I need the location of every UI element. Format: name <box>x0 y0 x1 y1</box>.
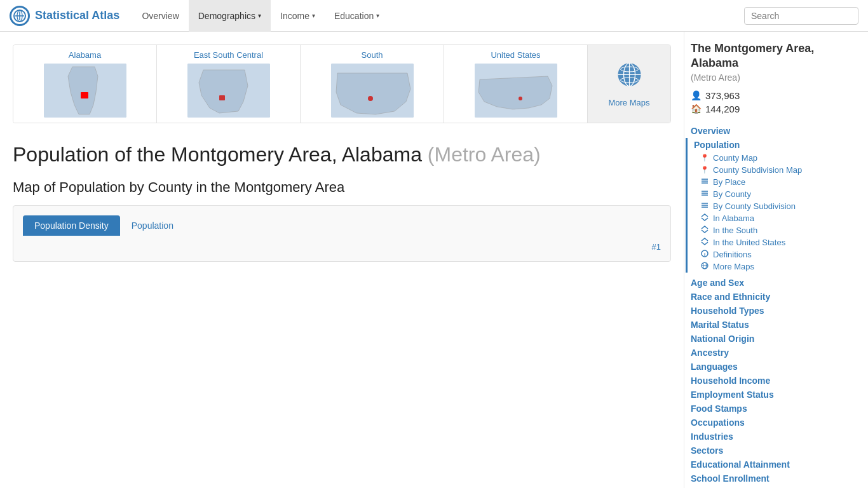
page-title: Population of the Montgomery Area, Alaba… <box>13 142 671 166</box>
sidebar-category-food-stamps[interactable]: Food Stamps <box>691 402 858 416</box>
page-layout: Alabama East South Central <box>0 32 868 488</box>
nav-links: Overview Demographics ▾ Income ▾ Educati… <box>132 0 744 32</box>
sidebar-in-us[interactable]: In the United States <box>700 236 858 248</box>
globe-icon <box>615 60 644 95</box>
households-stat: 🏠 144,209 <box>691 104 858 114</box>
map-tabs: Population Density Population <box>23 215 661 236</box>
svg-point-12 <box>368 96 373 101</box>
sidebar-category-occupations[interactable]: Occupations <box>691 416 858 430</box>
sidebar-category-school-enrollment[interactable]: School Enrollment <box>691 471 858 485</box>
page-title-subtitle: (Metro Area) <box>428 143 541 166</box>
by-county-label: By County <box>713 189 751 199</box>
sidebar-category-age-and-sex[interactable]: Age and Sex <box>691 276 858 290</box>
sidebar-category-languages[interactable]: Languages <box>691 360 858 374</box>
us-map-image <box>475 64 557 118</box>
list-icon-3 <box>700 201 709 210</box>
households-value: 144,209 <box>705 104 740 114</box>
sidebar-subnav: 📍 County Map 📍 County Subdivision Map By… <box>691 152 858 273</box>
expand-icon-3 <box>700 238 709 247</box>
east-south-label: East South Central <box>194 50 263 60</box>
sidebar-category-sectors[interactable]: Sectors <box>691 444 858 458</box>
sidebar-definitions[interactable]: i Definitions <box>700 248 858 261</box>
sidebar-category-household-types[interactable]: Household Types <box>691 304 858 318</box>
sidebar-county-map[interactable]: 📍 County Map <box>700 152 858 164</box>
county-map-label: County Map <box>713 153 757 163</box>
svg-rect-6 <box>81 92 88 98</box>
sidebar-in-alabama[interactable]: In Alabama <box>700 212 858 224</box>
svg-text:i: i <box>704 252 705 257</box>
sidebar-overview[interactable]: Overview <box>691 124 858 138</box>
definitions-label: Definitions <box>713 250 752 259</box>
sidebar-category-employment-status[interactable]: Employment Status <box>691 388 858 402</box>
navbar: Statistical Atlas Overview Demographics … <box>0 0 868 32</box>
sidebar-in-south[interactable]: In the South <box>700 224 858 236</box>
alabama-label: Alabama <box>69 50 101 60</box>
sidebar-county-subdivision-map[interactable]: 📍 County Subdivision Map <box>700 164 858 176</box>
expand-icon-2 <box>700 226 709 234</box>
in-alabama-label: In Alabama <box>713 214 754 223</box>
more-maps-sidebar-label: More Maps <box>713 262 754 271</box>
tab-population-density[interactable]: Population Density <box>23 215 120 236</box>
sidebar-category-educational-attainment[interactable]: Educational Attainment <box>691 458 858 471</box>
sidebar-location-subtitle: (Metro Area) <box>691 72 858 83</box>
search-input[interactable] <box>744 7 858 25</box>
east-south-map-image <box>187 64 270 118</box>
sidebar-by-place[interactable]: By Place <box>700 176 858 188</box>
sidebar-population-section: Population 📍 County Map 📍 County Subdivi… <box>686 138 858 273</box>
info-icon: i <box>700 250 709 259</box>
in-us-label: In the United States <box>713 238 785 247</box>
map-rank: #1 <box>23 242 661 252</box>
sidebar-category-national-origin[interactable]: National Origin <box>691 332 858 346</box>
list-icon-2 <box>700 189 709 198</box>
more-maps-thumb[interactable]: More Maps <box>588 45 670 123</box>
in-south-label: In the South <box>713 226 757 235</box>
sidebar: The Montgomery Area, Alabama (Metro Area… <box>684 32 868 488</box>
globe-small-icon <box>700 262 709 271</box>
us-label: United States <box>491 50 540 60</box>
sidebar-stats: 👤 373,963 🏠 144,209 <box>691 90 858 114</box>
sidebar-category-race-and-ethnicity[interactable]: Race and Ethnicity <box>691 290 858 304</box>
pin-icon-1: 📍 <box>700 154 709 162</box>
sidebar-category-marital-status[interactable]: Marital Status <box>691 318 858 332</box>
south-map-image <box>331 64 414 118</box>
sidebar-category-industries[interactable]: Industries <box>691 430 858 444</box>
sidebar-by-county-subdivision[interactable]: By County Subdivision <box>700 200 858 212</box>
page-title-main: Population of the Montgomery Area, Alaba… <box>13 143 422 166</box>
tab-population[interactable]: Population <box>120 215 185 236</box>
nav-overview[interactable]: Overview <box>132 0 188 32</box>
sidebar-category-ancestry[interactable]: Ancestry <box>691 346 858 360</box>
map-section-title: Map of Population by County in the Montg… <box>13 179 671 196</box>
thumb-south[interactable]: South <box>301 45 444 123</box>
nav-income[interactable]: Income ▾ <box>271 0 325 32</box>
by-county-subdivision-label: By County Subdivision <box>713 201 796 211</box>
households-icon: 🏠 <box>691 104 702 114</box>
income-caret: ▾ <box>312 12 315 19</box>
pin-icon-2: 📍 <box>700 166 709 174</box>
brand-icon <box>10 6 30 26</box>
svg-rect-9 <box>219 95 225 100</box>
sidebar-categories: Age and SexRace and EthnicityHousehold T… <box>691 276 858 485</box>
more-maps-label: More Maps <box>608 98 649 107</box>
population-icon: 👤 <box>691 90 702 100</box>
brand-logo[interactable]: Statistical Atlas <box>10 6 119 26</box>
expand-icon-1 <box>700 214 709 222</box>
south-label: South <box>362 50 383 60</box>
sidebar-category-household-income[interactable]: Household Income <box>691 374 858 388</box>
nav-education[interactable]: Education ▾ <box>325 0 389 32</box>
sidebar-population[interactable]: Population <box>694 138 858 152</box>
brand-label: Statistical Atlas <box>35 9 119 22</box>
map-container: Population Density Population #1 <box>13 205 671 262</box>
sidebar-more-maps[interactable]: More Maps <box>700 261 858 273</box>
alabama-map-image <box>44 64 126 118</box>
thumb-alabama[interactable]: Alabama <box>13 45 157 123</box>
sidebar-location-title: The Montgomery Area, Alabama <box>691 41 858 71</box>
map-thumbnails-row: Alabama East South Central <box>13 44 671 123</box>
nav-demographics[interactable]: Demographics ▾ <box>189 0 271 32</box>
population-value: 373,963 <box>705 90 740 101</box>
thumb-east-south-central[interactable]: East South Central <box>157 45 301 123</box>
thumb-united-states[interactable]: United States <box>444 45 588 123</box>
by-place-label: By Place <box>713 177 745 187</box>
county-subdivision-map-label: County Subdivision Map <box>713 165 802 175</box>
sidebar-by-county[interactable]: By County <box>700 188 858 200</box>
main-content: Alabama East South Central <box>0 32 684 488</box>
